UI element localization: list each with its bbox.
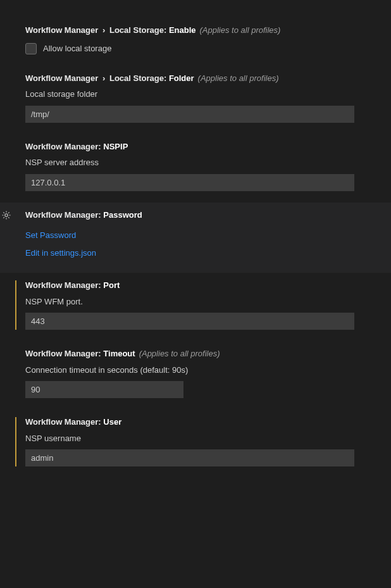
- setting-local-storage-enable: Workflow Manager › Local Storage: Enable…: [0, 18, 391, 66]
- setting-key: Password: [103, 210, 142, 220]
- setting-title: Workflow Manager: Timeout (Applies to al…: [25, 347, 366, 364]
- setting-title: Workflow Manager: NSPIP: [25, 141, 366, 157]
- gear-icon[interactable]: [1, 210, 11, 220]
- setting-description: NSP WFM port.: [25, 296, 366, 308]
- svg-point-0: [5, 213, 8, 216]
- setting-description: NSP server address: [25, 156, 366, 169]
- setting-category: Workflow Manager: [25, 142, 98, 151]
- settings-list: Workflow Manager › Local Storage: Enable…: [0, 0, 391, 491]
- setting-subcategory: Local Storage: [109, 25, 164, 35]
- checkbox-label: Allow local storage: [43, 44, 111, 53]
- footer-spacer: [0, 491, 391, 502]
- setting-key: Port: [103, 280, 120, 290]
- scope-note: (Applies to all profiles): [139, 349, 220, 358]
- setting-key: Folder: [169, 73, 194, 83]
- port-input[interactable]: [25, 313, 354, 330]
- setting-user: Workflow Manager: User NSP username: [0, 410, 391, 478]
- checkbox-row: Allow local storage: [25, 43, 366, 54]
- setting-subcategory: Local Storage: [109, 73, 164, 83]
- setting-category: Workflow Manager: [25, 280, 98, 290]
- setting-key: Timeout: [103, 349, 135, 358]
- user-input[interactable]: [25, 449, 354, 466]
- setting-key: Enable: [169, 25, 196, 35]
- setting-password: Workflow Manager: Password Set Password …: [0, 203, 391, 273]
- setting-category: Workflow Manager: [25, 25, 98, 35]
- nspip-input[interactable]: [25, 174, 354, 191]
- allow-local-storage-checkbox[interactable]: [25, 43, 37, 54]
- setting-description: Connection timeout in seconds (default: …: [25, 364, 366, 377]
- timeout-input[interactable]: [25, 381, 183, 398]
- breadcrumb-separator: ›: [101, 25, 107, 35]
- setting-title: Workflow Manager: Port: [25, 279, 366, 296]
- setting-category: Workflow Manager: [25, 417, 98, 427]
- setting-key: NSPIP: [103, 142, 128, 151]
- local-storage-folder-input[interactable]: [25, 106, 354, 123]
- setting-title: Workflow Manager › Local Storage: Enable…: [25, 24, 366, 41]
- setting-local-storage-folder: Workflow Manager › Local Storage: Folder…: [0, 66, 391, 134]
- setting-port: Workflow Manager: Port NSP WFM port.: [0, 273, 391, 341]
- setting-timeout: Workflow Manager: Timeout (Applies to al…: [0, 341, 391, 410]
- scope-note: (Applies to all profiles): [198, 73, 279, 83]
- setting-title: Workflow Manager: Password: [25, 209, 366, 225]
- set-password-link[interactable]: Set Password: [25, 228, 366, 242]
- setting-description: Local storage folder: [25, 88, 366, 101]
- setting-description: NSP username: [25, 432, 366, 445]
- edit-in-settings-json-link[interactable]: Edit in settings.json: [25, 246, 366, 260]
- scope-note: (Applies to all profiles): [200, 25, 281, 35]
- breadcrumb-separator: ›: [101, 73, 107, 83]
- setting-category: Workflow Manager: [25, 349, 98, 358]
- setting-category: Workflow Manager: [25, 210, 98, 220]
- setting-key: User: [103, 417, 121, 427]
- setting-title: Workflow Manager › Local Storage: Folder…: [25, 72, 366, 89]
- setting-title: Workflow Manager: User: [25, 416, 366, 432]
- setting-category: Workflow Manager: [25, 73, 98, 83]
- setting-nspip: Workflow Manager: NSPIP NSP server addre…: [0, 134, 391, 203]
